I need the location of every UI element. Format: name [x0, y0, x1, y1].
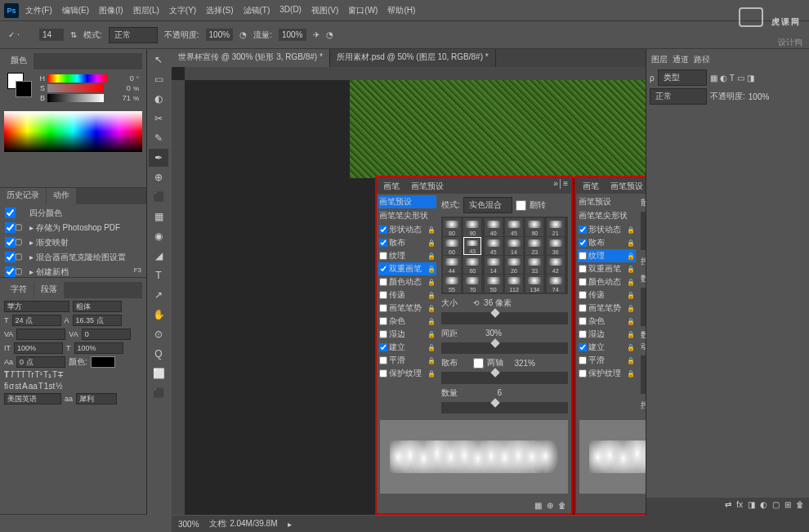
brush-opt-建立[interactable]: 建立🔒 — [378, 341, 436, 354]
brush-thumb[interactable]: 14 — [485, 256, 503, 274]
brush-thumb[interactable]: 14 — [505, 237, 523, 255]
history-item[interactable]: ▢▸ 渐变映射 — [2, 235, 145, 250]
brush-opt-纹理[interactable]: 纹理🔒 — [578, 249, 636, 262]
brush-thumb[interactable]: 42 — [547, 256, 565, 274]
language[interactable] — [4, 393, 61, 405]
tool-1[interactable]: ▭ — [149, 70, 168, 88]
brush-size[interactable]: 14 — [39, 29, 64, 41]
brush-opt-颜色动态[interactable]: 颜色动态🔒 — [378, 275, 436, 288]
brush-swap-icon[interactable]: ⇅ — [70, 30, 77, 39]
save-icon[interactable]: ⊕ — [547, 501, 553, 510]
flip-checkbox[interactable] — [516, 200, 526, 211]
brush-thumb[interactable]: 70 — [463, 275, 481, 293]
tool-12[interactable]: ↗ — [149, 286, 168, 304]
brush-thumb[interactable]: 45 — [485, 237, 503, 255]
brush-opt-平滑[interactable]: 平滑🔒 — [578, 354, 636, 367]
brush-thumb[interactable]: 112 — [505, 275, 523, 293]
brush-opt-杂色[interactable]: 杂色🔒 — [578, 315, 636, 328]
brush-thumb[interactable]: 50 — [485, 275, 503, 293]
group-icon[interactable]: ▢ — [772, 500, 780, 513]
brush-thumb[interactable]: 21 — [547, 218, 565, 236]
delete-icon[interactable]: 🗑 — [796, 500, 804, 513]
menu-帮助(H)[interactable]: 帮助(H) — [382, 2, 420, 19]
trash-icon[interactable]: 🗑 — [558, 501, 566, 510]
menu-编辑(E)[interactable]: 编辑(E) — [57, 2, 94, 19]
brush-thumb[interactable]: 33 — [525, 256, 543, 274]
brush-opt-颜色动态[interactable]: 颜色动态🔒 — [578, 275, 636, 288]
tool-0[interactable]: ↖ — [149, 51, 168, 69]
new-layer-icon[interactable]: ⊞ — [784, 500, 791, 513]
tool-17[interactable]: ⬛ — [149, 384, 168, 402]
tool-16[interactable]: ⬜ — [149, 364, 168, 382]
tab-paths[interactable]: 路径 — [694, 54, 710, 65]
tool-4[interactable]: ✎ — [149, 129, 168, 147]
brush-thumb[interactable]: 80 — [443, 218, 461, 236]
brush-opt-传递[interactable]: 传递🔒 — [378, 288, 436, 302]
sat-slider[interactable] — [47, 84, 104, 92]
fg-bg-swatch[interactable] — [7, 73, 32, 97]
mask-icon[interactable]: ◨ — [748, 500, 755, 513]
mode-dropdown[interactable]: 正常 — [109, 27, 158, 43]
font-size[interactable] — [12, 315, 61, 326]
brush-opt-建立[interactable]: 建立🔒 — [578, 341, 636, 354]
brush-thumb[interactable]: 23 — [525, 237, 543, 255]
v-scale[interactable] — [14, 342, 63, 354]
tab-brush[interactable]: 画笔 — [380, 179, 403, 192]
brush-thumb[interactable]: 60 — [463, 256, 481, 274]
tool-13[interactable]: ✋ — [149, 306, 168, 324]
brush-opt-保护纹理[interactable]: 保护纹理🔒 — [378, 367, 436, 380]
baseline[interactable] — [16, 356, 65, 368]
brush-thumb[interactable]: 44 — [443, 256, 461, 274]
font-family[interactable] — [4, 301, 69, 312]
brush-opt-画笔笔势[interactable]: 画笔笔势🔒 — [378, 302, 436, 315]
history-item[interactable]: 四分颜色 — [2, 206, 145, 221]
spacing-slider[interactable] — [441, 342, 568, 355]
tool-5[interactable]: ✒ — [149, 149, 168, 167]
bri-slider[interactable] — [47, 94, 104, 102]
history-item[interactable]: ▢▸ 创建新档F3 — [2, 265, 145, 278]
menu-窗口(W)[interactable]: 窗口(W) — [343, 2, 382, 19]
brush-opt-双重画笔[interactable]: 双重画笔🔒 — [578, 262, 636, 275]
menu-文字(Y)[interactable]: 文字(Y) — [164, 2, 201, 19]
flow-value[interactable]: 100% — [279, 29, 306, 41]
antialiasing[interactable] — [76, 393, 117, 405]
tool-7[interactable]: ⬛ — [149, 188, 168, 206]
menu-文件(F)[interactable]: 文件(F) — [20, 2, 57, 19]
doc-tab-1[interactable]: 世界杯宣传 @ 300% (矩形 3, RGB/8#) * — [172, 49, 330, 67]
count-slider[interactable] — [441, 402, 568, 414]
brush-preset-row[interactable]: 画笔预设 — [378, 195, 436, 208]
bold-button[interactable]: T — [4, 370, 9, 379]
tool-14[interactable]: ⊙ — [149, 325, 168, 343]
menu-选择(S)[interactable]: 选择(S) — [201, 2, 238, 19]
underline-button[interactable]: T — [52, 370, 57, 379]
brush-opt-保护纹理[interactable]: 保护纹理🔒 — [578, 367, 636, 380]
history-item[interactable]: ▢▸ 混合器画笔克隆绘图设置 — [2, 250, 145, 265]
super-button[interactable]: T¹ — [35, 370, 42, 379]
brush-opt-纹理[interactable]: 纹理🔒 — [378, 249, 436, 262]
history-item[interactable]: ▢▸ 存储为 Photoshop PDF — [2, 221, 145, 235]
spectrum-picker[interactable] — [4, 111, 142, 152]
brush-opt-画笔笔势[interactable]: 画笔笔势🔒 — [578, 302, 636, 315]
brush-opt-双重画笔[interactable]: 双重画笔🔒 — [378, 262, 436, 275]
menu-图像(I)[interactable]: 图像(I) — [94, 2, 127, 19]
tab-paragraph[interactable]: 段落 — [34, 282, 64, 298]
filter-kind[interactable]: 类型 — [658, 69, 707, 86]
brush-thumb[interactable]: 90 — [525, 218, 543, 236]
text-color[interactable] — [91, 356, 115, 368]
menu-3D(D)[interactable]: 3D(D) — [275, 2, 306, 19]
doc-tab-2[interactable]: 所用素材.psd @ 50% (图层 10, RGB/8#) * — [330, 49, 496, 67]
tab-color[interactable]: 颜色 — [4, 53, 34, 69]
brush-tool-icon[interactable]: ✓ ‧ — [8, 27, 33, 43]
menu-视图(V)[interactable]: 视图(V) — [306, 2, 343, 19]
tab-channels[interactable]: 通道 — [673, 54, 689, 65]
link-icon[interactable]: ⇄ — [725, 500, 731, 513]
menu-图层(L)[interactable]: 图层(L) — [128, 2, 164, 19]
brush-thumb[interactable]: 90 — [463, 218, 481, 236]
leading[interactable] — [73, 315, 122, 326]
allcaps-button[interactable]: TT — [16, 370, 25, 379]
menu-滤镜(T)[interactable]: 滤镜(T) — [239, 2, 275, 19]
hue-slider[interactable] — [47, 74, 107, 83]
brush-thumb[interactable]: 40 — [485, 218, 503, 236]
pressure-opacity-icon[interactable]: ◔ — [239, 30, 247, 39]
tool-11[interactable]: T — [149, 266, 168, 284]
